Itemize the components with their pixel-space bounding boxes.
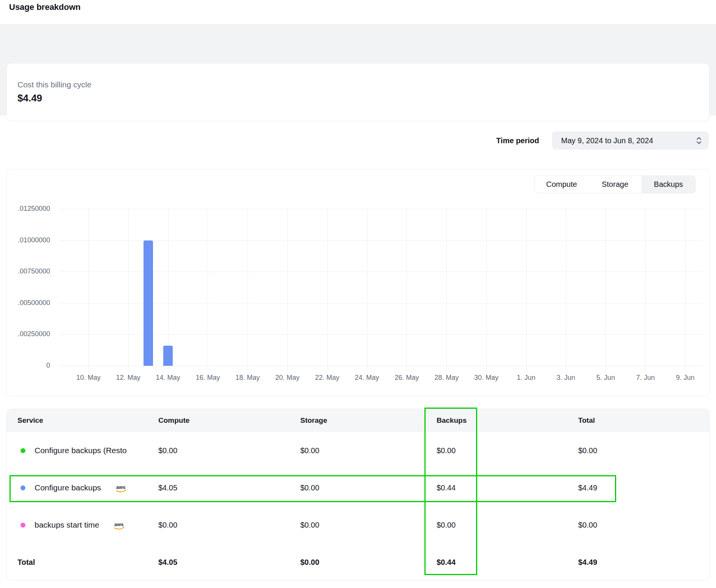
gridline-vertical [287, 207, 288, 372]
time-period-label: Time period [496, 136, 539, 145]
x-axis-label: 16. May [185, 374, 230, 382]
service-dot [21, 448, 25, 453]
x-axis-label: 3. Jun [543, 374, 589, 382]
gridline-horizontal [59, 334, 703, 335]
x-axis-label: 22. May [304, 374, 350, 382]
col-compute: Compute [158, 416, 300, 425]
col-total: Total [578, 416, 709, 425]
page-title: Usage breakdown [9, 2, 80, 12]
gridline-horizontal [59, 209, 703, 209]
chart-bar [163, 346, 173, 366]
y-axis-label: .01000000 [7, 236, 50, 244]
table-row: backups start time aws $0.00 $0.00 $0.00… [7, 506, 709, 544]
gridline-vertical [327, 207, 328, 372]
table-row: Configure backups aws $4.05 $0.00 $0.44 … [7, 469, 709, 506]
billing-summary-section: Cost this billing cycle $4.49 [0, 24, 716, 115]
x-axis-label: 10. May [66, 374, 111, 382]
cell-storage: $0.00 [300, 484, 437, 492]
x-axis-label: 7. Jun [623, 374, 668, 382]
col-backups: Backups [437, 416, 578, 425]
cell-storage: $0.00 [300, 521, 437, 530]
cell-backups: $0.00 [437, 521, 578, 530]
cell-backups: $0.44 [437, 484, 578, 492]
total-backups: $0.44 [437, 558, 578, 567]
cell-total: $0.00 [578, 521, 709, 530]
cell-total: $0.00 [578, 446, 709, 455]
gridline-vertical [606, 207, 606, 372]
billing-cycle-card: Cost this billing cycle $4.49 [6, 63, 710, 121]
total-compute: $4.05 [158, 558, 300, 567]
svg-text:aws: aws [116, 484, 126, 490]
gridline-vertical [208, 207, 208, 372]
cell-storage: $0.00 [300, 446, 437, 455]
gridline-vertical [248, 207, 248, 372]
cell-backups: $0.00 [437, 446, 578, 455]
x-axis-label: 30. May [464, 374, 509, 382]
time-period-select[interactable]: May 9, 2024 to Jun 8, 2024 [552, 131, 709, 150]
usage-chart-card: Compute Storage Backups .01250000.010000… [6, 169, 710, 396]
billing-cycle-label: Cost this billing cycle [17, 80, 709, 89]
x-axis-label: 5. Jun [583, 374, 628, 382]
service-dot [21, 523, 25, 528]
aws-logo: aws [114, 521, 126, 530]
col-storage: Storage [300, 416, 437, 425]
gridline-vertical [486, 207, 487, 372]
gridline-vertical [685, 207, 686, 372]
time-period-value: May 9, 2024 to Jun 8, 2024 [561, 136, 653, 145]
cell-total: $4.49 [578, 484, 709, 492]
usage-breakdown-page: Usage breakdown Cost this billing cycle … [0, 0, 716, 588]
table-header: Service Compute Storage Backups Total [7, 409, 709, 432]
table-total-row: Total $4.05 $0.00 $0.44 $4.49 [7, 544, 709, 580]
x-axis-label: 28. May [424, 374, 469, 382]
y-axis-label: .00250000 [7, 330, 50, 338]
table-row: Configure backups (Resto $0.00 $0.00 $0.… [7, 432, 709, 469]
gridline-horizontal [59, 303, 703, 303]
gridline-horizontal [59, 366, 703, 366]
gridline-vertical [88, 207, 89, 372]
chevron-up-down-icon [696, 136, 702, 145]
billing-cycle-amount: $4.49 [17, 92, 709, 104]
gridline-vertical [526, 207, 527, 372]
y-axis-label: .00750000 [7, 267, 50, 275]
x-axis-label: 26. May [384, 374, 429, 382]
y-axis-label: .01250000 [7, 205, 50, 213]
total-label: Total [17, 558, 158, 567]
time-period-row: Time period May 9, 2024 to Jun 8, 2024 [496, 131, 709, 150]
gridline-vertical [407, 207, 407, 372]
x-axis-label: 1. Jun [503, 374, 549, 382]
usage-table: Service Compute Storage Backups Total Co… [6, 409, 710, 580]
x-axis-label: 12. May [106, 374, 151, 382]
total-storage: $0.00 [300, 558, 437, 567]
x-axis-label: 18. May [225, 374, 270, 382]
y-axis-label: 0 [7, 362, 50, 370]
cell-compute: $0.00 [158, 521, 300, 530]
gridline-vertical [566, 207, 566, 372]
cell-compute: $4.05 [158, 484, 300, 492]
gridline-vertical [446, 207, 447, 372]
chart-bar [144, 240, 153, 366]
service-label: Configure backups (Resto [35, 446, 127, 455]
cell-compute: $0.00 [158, 446, 300, 455]
x-axis-label: 9. Jun [662, 374, 708, 382]
x-axis-label: 20. May [265, 374, 310, 382]
gridline-vertical [367, 207, 367, 372]
aws-logo: aws [115, 484, 128, 493]
gridline-vertical [645, 207, 646, 372]
gridline-horizontal [59, 240, 703, 241]
service-label: Configure backups [35, 483, 101, 492]
chart-plot-area: .01250000.01000000.00750000.00500000.002… [7, 169, 709, 396]
service-label: backups start time [35, 520, 99, 530]
gridline-vertical [128, 207, 129, 372]
y-axis-label: .00500000 [7, 299, 50, 307]
col-service: Service [17, 416, 158, 425]
total-total: $4.49 [578, 558, 709, 567]
service-dot [21, 485, 25, 490]
x-axis-label: 14. May [145, 374, 191, 382]
gridline-horizontal [59, 272, 703, 272]
x-axis-label: 24. May [344, 374, 390, 382]
svg-text:aws: aws [114, 522, 124, 527]
